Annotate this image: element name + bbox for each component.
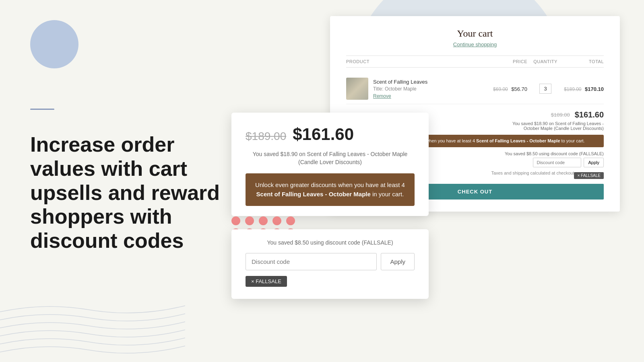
bg-circle-small <box>30 20 78 68</box>
upsell-original-price: $189.00 <box>246 130 286 143</box>
product-image <box>346 78 368 100</box>
total-sale: $170.10 <box>585 86 604 92</box>
discount-input-small[interactable] <box>533 158 581 167</box>
cart-item: Scent of Falling Leaves Title: October M… <box>346 74 604 104</box>
fallsale-tag-wrapper: × FALLSALE <box>246 270 415 287</box>
total-original: $189.00 <box>564 86 581 92</box>
upsell-banner: Unlock even greater discounts when you h… <box>246 173 415 206</box>
upsell-saved-text: You saved $18.90 on Scent of Falling Lea… <box>246 150 415 166</box>
product-info: Scent of Falling Leaves Title: October M… <box>373 79 427 99</box>
upsell-card: $189.00 $161.60 You saved $18.90 on Scen… <box>231 113 429 216</box>
dot-3 <box>259 216 268 225</box>
dot-5 <box>286 216 295 225</box>
fallsale-tag-small[interactable]: × FALLSALE <box>574 172 604 179</box>
quantity-box[interactable]: 3 <box>539 84 551 94</box>
product-variant: Title: October Maple <box>373 86 427 92</box>
col-header-price: PRICE <box>483 59 527 64</box>
upsell-product-name: Scent of Falling Leaves - October Maple <box>476 138 560 143</box>
discount-card: You saved $8.50 using discount code (FAL… <box>231 229 429 299</box>
dot-1 <box>231 216 240 225</box>
price-original: $69.00 <box>493 86 508 92</box>
product-remove-link[interactable]: Remove <box>373 93 427 99</box>
bg-wave-lines <box>0 241 185 362</box>
subtotal-price: $161.60 <box>575 110 604 119</box>
col-header-quantity: QUANTITY <box>527 59 564 64</box>
upsell-prices: $189.00 $161.60 <box>246 125 415 144</box>
saved-text-small: You saved $18.90 on Scent of Falling Lea… <box>499 121 604 131</box>
divider-line <box>30 109 54 110</box>
price-col: $69.00 $56.70 <box>483 85 527 93</box>
cart-table-header: PRODUCT PRICE QUANTITY TOTAL <box>346 56 604 68</box>
cart-title: Your cart <box>346 28 604 39</box>
quantity-col: 3 <box>527 84 564 94</box>
product-col: Scent of Falling Leaves Title: October M… <box>346 78 483 100</box>
dot-2 <box>245 216 254 225</box>
col-header-total: TOTAL <box>564 59 604 64</box>
discount-input[interactable] <box>246 253 377 270</box>
discount-apply-small-button[interactable]: Apply <box>584 158 604 167</box>
fallsale-tag[interactable]: × FALLSALE <box>246 276 287 287</box>
col-header-product: PRODUCT <box>346 59 483 64</box>
left-content: Increase order values with cart upsells … <box>30 133 223 253</box>
upsell-banner-product: Scent of Falling Leaves - October Maple <box>256 191 371 197</box>
main-heading: Increase order values with cart upsells … <box>30 133 223 253</box>
continue-shopping-link[interactable]: Continue shopping <box>346 41 604 47</box>
price-sale: $56.70 <box>511 86 527 92</box>
upsell-sale-price: $161.60 <box>293 125 354 144</box>
dot-4 <box>272 216 281 225</box>
subtotal-original: $189.00 <box>551 112 570 118</box>
total-col: $189.00 $170.10 <box>564 85 604 93</box>
discount-apply-button[interactable]: Apply <box>381 253 415 270</box>
discount-saved-text: You saved $8.50 using discount code (FAL… <box>246 239 415 246</box>
product-name: Scent of Falling Leaves <box>373 79 427 85</box>
discount-input-row: Apply <box>246 253 415 270</box>
